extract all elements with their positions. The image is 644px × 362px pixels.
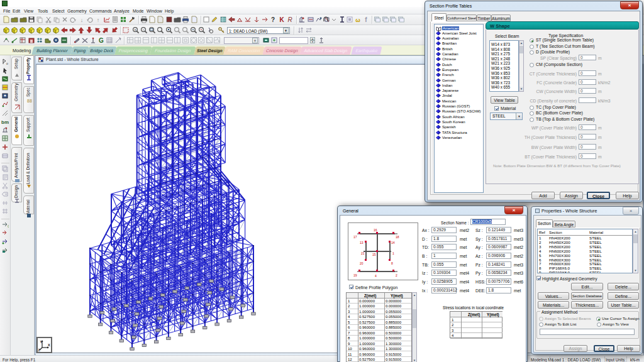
- svg-text:20: 20: [360, 261, 364, 265]
- svg-text:bm: bm: [1, 119, 9, 125]
- svg-text:↓: ↓: [80, 17, 83, 23]
- svg-text:2: 2: [396, 273, 397, 277]
- svg-text:+: +: [134, 28, 136, 31]
- svg-text:G: G: [99, 37, 104, 44]
- svg-text:o: o: [6, 62, 8, 65]
- svg-text:K: K: [279, 16, 284, 23]
- svg-text:G: G: [8, 224, 9, 228]
- svg-text:X: X: [48, 343, 50, 347]
- svg-text:19: 19: [353, 273, 357, 277]
- svg-text:15: 15: [372, 253, 376, 256]
- svg-text:Z: Z: [38, 348, 41, 352]
- svg-text:17: 17: [353, 235, 357, 239]
- svg-text:88: 88: [27, 99, 32, 103]
- svg-text:Y: Y: [40, 340, 43, 344]
- svg-text:↑: ↑: [97, 17, 100, 23]
- svg-text:18: 18: [396, 235, 399, 239]
- svg-text:13: 13: [360, 241, 364, 244]
- svg-text:f: f: [365, 16, 367, 23]
- svg-text:?: ?: [271, 16, 275, 23]
- svg-text:8: 8: [391, 261, 393, 265]
- svg-text:1: 1: [392, 251, 394, 255]
- svg-text:ω: ω: [355, 17, 360, 23]
- svg-text:21: 21: [361, 251, 365, 255]
- svg-text:4: 4: [375, 274, 377, 278]
- svg-text:R: R: [287, 16, 292, 23]
- svg-text:16: 16: [374, 228, 377, 232]
- svg-text:14: 14: [391, 241, 395, 244]
